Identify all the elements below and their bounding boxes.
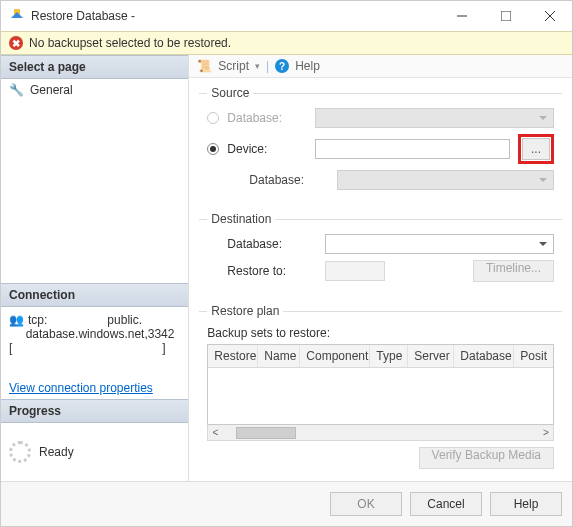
backup-sets-grid[interactable]: Restore Name Component Type Server Datab…	[207, 344, 554, 425]
connection-icon: 👥	[9, 313, 24, 327]
script-dropdown-icon[interactable]: ▾	[255, 61, 260, 71]
scroll-left-icon[interactable]: <	[208, 427, 222, 438]
help-footer-button[interactable]: Help	[490, 492, 562, 516]
error-icon: ✖	[9, 36, 23, 50]
grid-col-type[interactable]: Type	[370, 345, 408, 367]
progress-status: Ready	[39, 445, 74, 459]
connection-header: Connection	[1, 283, 188, 307]
toolbar: 📜 Script ▾ | ? Help	[189, 55, 572, 78]
select-page-header: Select a page	[1, 55, 188, 79]
highlight-annotation: ...	[518, 134, 554, 164]
connection-info: 👥tcp: public. database.windows.net,3342 …	[1, 307, 188, 377]
error-message: No backupset selected to be restored.	[29, 36, 231, 50]
grid-col-name[interactable]: Name	[258, 345, 300, 367]
browse-device-button[interactable]: ...	[522, 138, 550, 160]
left-pane: Select a page 🔧 General Connection 👥tcp:…	[1, 55, 189, 481]
source-device-input[interactable]	[315, 139, 510, 159]
destination-database-label: Database:	[207, 237, 317, 251]
help-button[interactable]: Help	[295, 59, 320, 73]
destination-database-combo[interactable]	[325, 234, 554, 254]
source-database-radio	[207, 112, 219, 124]
restore-plan-legend: Restore plan	[207, 304, 283, 318]
maximize-button[interactable]	[484, 1, 528, 31]
restore-to-label: Restore to:	[207, 264, 317, 278]
titlebar: Restore Database -	[1, 1, 572, 31]
source-device-label: Device:	[227, 142, 307, 156]
close-button[interactable]	[528, 1, 572, 31]
cancel-button[interactable]: Cancel	[410, 492, 482, 516]
wrench-icon: 🔧	[9, 83, 24, 97]
source-device-radio[interactable]	[207, 143, 219, 155]
view-connection-properties-link[interactable]: View connection properties	[1, 377, 188, 399]
grid-col-component[interactable]: Component	[300, 345, 370, 367]
source-sub-database-combo	[337, 170, 554, 190]
script-button[interactable]: Script	[218, 59, 249, 73]
grid-col-restore[interactable]: Restore	[208, 345, 258, 367]
help-icon: ?	[275, 59, 289, 73]
grid-col-database[interactable]: Database	[454, 345, 514, 367]
grid-hscroll[interactable]: < >	[207, 425, 554, 441]
window-title: Restore Database -	[31, 9, 440, 23]
connection-text: tcp: public. database.windows.net,3342 […	[9, 313, 174, 355]
progress-spinner-icon	[9, 441, 31, 463]
page-item-general[interactable]: 🔧 General	[1, 79, 188, 101]
verify-backup-media-button: Verify Backup Media	[419, 447, 554, 469]
scroll-right-icon[interactable]: >	[539, 427, 553, 438]
error-bar: ✖ No backupset selected to be restored.	[1, 31, 572, 55]
ok-button: OK	[330, 492, 402, 516]
source-legend: Source	[207, 86, 253, 100]
app-icon	[9, 8, 25, 24]
progress-header: Progress	[1, 399, 188, 423]
grid-col-server[interactable]: Server	[408, 345, 454, 367]
scroll-thumb[interactable]	[236, 427, 296, 439]
source-group: Source Database: Device: ...	[199, 86, 562, 204]
restore-database-dialog: Restore Database - ✖ No backupset select…	[0, 0, 573, 527]
source-database-combo	[315, 108, 554, 128]
script-icon: 📜	[197, 59, 212, 73]
grid-body-empty	[208, 368, 553, 424]
destination-legend: Destination	[207, 212, 275, 226]
source-sub-database-label: Database:	[227, 173, 329, 187]
dialog-footer: OK Cancel Help	[1, 481, 572, 526]
restore-plan-group: Restore plan Backup sets to restore: Res…	[199, 304, 562, 477]
minimize-button[interactable]	[440, 1, 484, 31]
source-database-label: Database:	[227, 111, 307, 125]
svg-rect-2	[501, 11, 511, 21]
progress-body: Ready	[1, 423, 188, 481]
destination-group: Destination Database: Restore to: Timeli…	[199, 212, 562, 296]
backup-sets-label: Backup sets to restore:	[207, 326, 554, 340]
page-item-label: General	[30, 83, 73, 97]
grid-col-position[interactable]: Posit	[514, 345, 553, 367]
restore-to-input	[325, 261, 385, 281]
timeline-button: Timeline...	[473, 260, 554, 282]
